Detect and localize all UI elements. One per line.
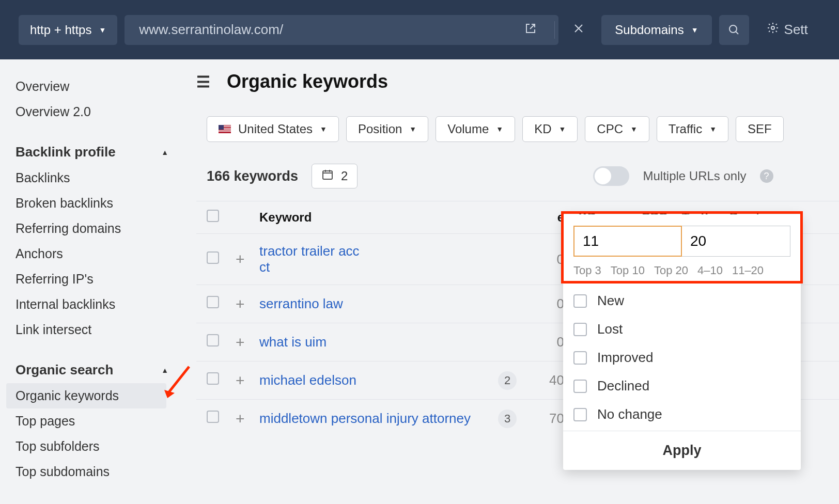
chevron-down-icon: ▼ xyxy=(691,26,698,34)
sidebar-item-organic-keywords[interactable]: Organic keywords xyxy=(6,383,166,408)
row-checkbox[interactable] xyxy=(207,296,219,308)
sidebar-item-overview[interactable]: Overview xyxy=(15,74,186,99)
scope-select[interactable]: Subdomains ▼ xyxy=(601,15,711,45)
quick-top20[interactable]: Top 20 xyxy=(654,264,688,277)
row-checkbox[interactable] xyxy=(207,411,219,423)
checkbox[interactable] xyxy=(573,408,587,421)
url-value: www.serrantinolaw.com/ xyxy=(139,22,283,38)
external-link-icon[interactable] xyxy=(524,22,537,38)
sidebar-item-broken[interactable]: Broken backlinks xyxy=(15,191,186,216)
scope-label: Subdomains xyxy=(615,23,683,37)
protocol-select[interactable]: http + https ▼ xyxy=(19,15,117,45)
sidebar-item-refips[interactable]: Referring IP's xyxy=(15,266,186,292)
sidebar-section-backlink[interactable]: Backlink profile ▲ xyxy=(15,139,186,165)
apply-button[interactable]: Apply xyxy=(563,431,801,470)
protocol-label: http + https xyxy=(30,23,91,37)
chevron-down-icon: ▼ xyxy=(558,125,566,133)
keyword-count: 166 keywords xyxy=(207,168,298,184)
check-label: New xyxy=(597,293,624,309)
quick-4-10[interactable]: 4–10 xyxy=(697,264,723,277)
svg-point-1 xyxy=(771,26,774,29)
sidebar-item-top-subdomains[interactable]: Top subdomains xyxy=(15,459,186,484)
svg-point-0 xyxy=(729,25,737,33)
quick-top3[interactable]: Top 3 xyxy=(573,264,601,277)
top-bar: http + https ▼ www.serrantinolaw.com/ Su… xyxy=(0,0,839,59)
select-all-checkbox[interactable] xyxy=(207,210,219,222)
page-title: Organic keywords xyxy=(227,71,388,92)
position-to-input[interactable] xyxy=(682,226,790,257)
check-lost[interactable]: Lost xyxy=(573,315,790,343)
search-button[interactable] xyxy=(719,15,749,45)
quick-top10[interactable]: Top 10 xyxy=(611,264,645,277)
filter-volume[interactable]: Volume▼ xyxy=(436,116,515,142)
sidebar-item-overview2[interactable]: Overview 2.0 xyxy=(15,99,186,124)
svg-rect-2 xyxy=(323,171,332,179)
row-checkbox[interactable] xyxy=(207,334,219,346)
position-from-input[interactable] xyxy=(573,226,682,257)
expand-icon[interactable]: + xyxy=(236,295,259,313)
check-label: Improved xyxy=(597,350,653,366)
check-label: Lost xyxy=(597,321,623,337)
filter-label: KD xyxy=(534,122,551,136)
row-checkbox[interactable] xyxy=(207,372,219,385)
check-label: Declined xyxy=(597,378,649,394)
chevron-down-icon: ▼ xyxy=(320,125,327,133)
settings-label: Sett xyxy=(784,22,808,38)
sidebar-item-linkintersect[interactable]: Link intersect xyxy=(15,317,186,342)
sidebar-item-backlinks[interactable]: Backlinks xyxy=(15,165,186,191)
keyword-link[interactable]: tractor trailer acc xyxy=(259,243,360,259)
col-volume[interactable]: e xyxy=(523,210,564,225)
sidebar-item-internal[interactable]: Internal backlinks xyxy=(15,292,186,317)
check-nochange[interactable]: No change xyxy=(573,400,790,429)
date-filter[interactable]: 2 xyxy=(312,164,358,188)
annotation-arrow xyxy=(163,364,194,400)
checkbox[interactable] xyxy=(573,294,587,308)
us-flag-icon xyxy=(219,125,231,133)
chevron-down-icon: ▼ xyxy=(630,125,638,133)
filter-serp[interactable]: SEF xyxy=(736,116,784,142)
row-checkbox[interactable] xyxy=(207,251,219,264)
quick-11-20[interactable]: 11–20 xyxy=(732,264,764,277)
sidebar-item-refdomains[interactable]: Referring domains xyxy=(15,216,186,241)
check-new[interactable]: New xyxy=(573,287,790,315)
keyword-link[interactable]: serrantino law xyxy=(259,296,343,311)
volume-value: 40 xyxy=(523,372,564,388)
settings-link[interactable]: Sett xyxy=(767,22,808,38)
checkbox[interactable] xyxy=(573,323,587,336)
sidebar-section-organic[interactable]: Organic search ▲ xyxy=(15,357,186,383)
sidebar-item-top-subfolders[interactable]: Top subfolders xyxy=(15,434,186,459)
filter-position[interactable]: Position▼ xyxy=(346,116,428,142)
position-filter-popup: Top 3 Top 10 Top 20 4–10 11–20 New Lost … xyxy=(563,214,801,470)
keyword-link[interactable]: what is uim xyxy=(259,334,327,350)
multiple-urls-toggle[interactable] xyxy=(593,166,629,186)
sidebar-item-top-pages[interactable]: Top pages xyxy=(15,408,186,434)
chevron-down-icon: ▼ xyxy=(496,125,503,133)
date-label: 2 xyxy=(341,169,348,183)
filter-label: Traffic xyxy=(669,122,702,136)
checkbox[interactable] xyxy=(573,380,587,393)
help-icon[interactable]: ? xyxy=(760,169,773,183)
sidebar: Overview Overview 2.0 Backlink profile ▲… xyxy=(0,59,186,484)
main-content: ☰ Organic keywords United States▼ Positi… xyxy=(186,59,839,484)
filter-cpc[interactable]: CPC▼ xyxy=(585,116,649,142)
expand-icon[interactable]: + xyxy=(236,372,259,389)
url-input[interactable]: www.serrantinolaw.com/ xyxy=(125,15,558,45)
filter-kd[interactable]: KD▼ xyxy=(522,116,578,142)
check-declined[interactable]: Declined xyxy=(573,372,790,400)
filter-traffic[interactable]: Traffic▼ xyxy=(657,116,728,142)
keyword-link[interactable]: michael edelson xyxy=(259,372,356,388)
col-keyword[interactable]: Keyword xyxy=(259,210,492,225)
checkbox[interactable] xyxy=(573,351,587,365)
expand-icon[interactable]: + xyxy=(236,250,259,268)
menu-icon[interactable]: ☰ xyxy=(196,73,210,91)
check-improved[interactable]: Improved xyxy=(573,343,790,372)
sidebar-item-anchors[interactable]: Anchors xyxy=(15,241,186,266)
expand-icon[interactable]: + xyxy=(236,410,259,428)
close-icon[interactable] xyxy=(572,22,585,38)
volume-value: 0 xyxy=(523,296,564,312)
filter-label: Volume xyxy=(447,122,489,136)
volume-value: 0 xyxy=(523,251,564,267)
keyword-link[interactable]: middletown personal injury attorney xyxy=(259,411,471,426)
filter-country[interactable]: United States▼ xyxy=(207,116,339,142)
expand-icon[interactable]: + xyxy=(236,334,259,351)
